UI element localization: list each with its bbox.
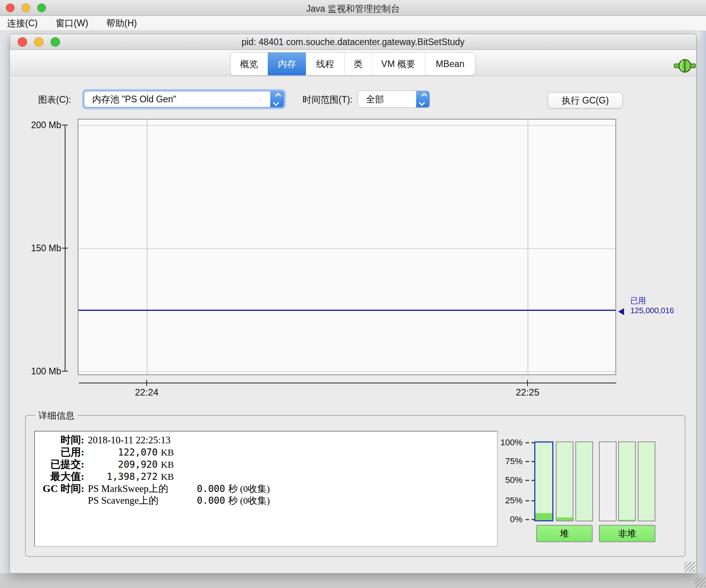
bar-fill — [619, 520, 635, 521]
perform-gc-button[interactable]: 执行 GC(G) — [548, 92, 623, 109]
y-axis-tick — [62, 371, 68, 372]
used-annotation-name: 已用 — [630, 296, 674, 306]
menu-bar: 连接(C) 窗口(W) 帮助(H) — [0, 16, 706, 31]
bar-fill — [535, 513, 552, 520]
gridline-2225 — [528, 120, 528, 374]
detail-collector: PS MarkSweep上的 — [88, 482, 188, 495]
y-tick-200mb: 200 Mb — [18, 120, 61, 131]
x-axis — [79, 383, 616, 383]
used-annotation-value: 125,000,016 — [630, 306, 674, 316]
nonheap-usage-bar-1[interactable] — [599, 441, 617, 521]
tab-classes[interactable]: 类 — [345, 53, 372, 75]
gridline-200mb — [78, 125, 615, 126]
detail-value: 209,920 — [88, 459, 158, 470]
window-edge-shade — [697, 31, 706, 573]
tab-memory[interactable]: 内存 — [268, 53, 306, 75]
x-axis-tick — [146, 380, 147, 386]
gridline-100mb — [78, 371, 615, 372]
detail-row-max: 最大值: 1,398,272 KB — [35, 470, 497, 482]
detail-unit: 秒 (0收集) — [228, 483, 270, 495]
detail-row-gc-marksweep: GC 时间: PS MarkSweep上的 0.000 秒 (0收集) — [35, 482, 497, 494]
y-tick-150mb: 150 Mb — [18, 243, 61, 254]
detail-unit: 秒 (0收集) — [228, 494, 270, 507]
detail-label: GC 时间: — [35, 482, 84, 495]
time-range-select[interactable]: 全部 — [358, 91, 430, 108]
screen: Java 监视和管理控制台 连接(C) 窗口(W) 帮助(H) pid: 484… — [0, 0, 706, 588]
tab-overview[interactable]: 概览 — [231, 53, 268, 75]
details-text-area: 时间: 2018-10-11 22:25:13 已用: 122,070 KB 已… — [34, 431, 498, 547]
tab-vm-summary[interactable]: VM 概要 — [372, 53, 425, 75]
detail-value: 1,398,272 — [88, 471, 158, 482]
outer-window-bottom — [0, 573, 706, 588]
detail-row-used: 已用: 122,070 KB — [35, 445, 497, 457]
bar-fill — [557, 517, 573, 521]
chart-select[interactable]: 内存池 "PS Old Gen" — [84, 91, 284, 108]
heap-button[interactable]: 堆 — [536, 525, 593, 542]
gridline-2224 — [147, 120, 147, 374]
detail-label: 已提交: — [35, 457, 84, 471]
x-tick-2225: 22:25 — [504, 387, 551, 398]
pct-tick-0: 0% — [491, 514, 522, 524]
detail-unit: KB — [161, 472, 174, 482]
used-marker-triangle-icon — [618, 308, 624, 315]
detail-unit: KB — [161, 459, 174, 470]
detail-collector: PS Scavenge上的 — [88, 494, 188, 507]
pct-tick-25: 25% — [491, 495, 522, 506]
heap-usage-bar-3[interactable] — [575, 441, 593, 521]
detail-label: 已用: — [35, 445, 84, 459]
detail-value: 122,070 — [88, 447, 158, 458]
tab-threads[interactable]: 线程 — [306, 53, 345, 75]
detail-label: 时间: — [35, 433, 84, 447]
used-series-annotation: 已用 125,000,016 — [630, 296, 674, 316]
detail-row-committed: 已提交: 209,920 KB — [35, 457, 497, 470]
detail-row-gc-scavenge: PS Scavenge上的 0.000 秒 (0收集) — [35, 494, 497, 506]
detail-row-time: 时间: 2018-10-11 22:25:13 — [35, 433, 497, 445]
console-window: pid: 48401 com.souche.datacenter.gateway… — [9, 34, 697, 573]
heap-usage-bar-1[interactable] — [534, 441, 553, 521]
x-tick-2224: 22:24 — [123, 387, 170, 398]
memory-chart-plot — [78, 119, 616, 375]
used-series-line — [78, 310, 615, 311]
outer-resize-grip[interactable] — [695, 577, 705, 587]
window-title: Java 监视和管理控制台 — [0, 3, 706, 15]
chart-select-label: 图表(C): — [38, 94, 71, 106]
nonheap-button[interactable]: 非堆 — [599, 525, 655, 542]
y-axis-tick — [62, 248, 68, 249]
detail-label: 最大值: — [35, 470, 84, 483]
detail-unit: KB — [161, 447, 174, 458]
heap-usage-bar-2[interactable] — [556, 441, 573, 521]
console-window-titlebar: pid: 48401 com.souche.datacenter.gateway… — [10, 34, 696, 50]
chart-select-value: 内存池 "PS Old Gen" — [84, 93, 284, 105]
pct-tick-75: 75% — [491, 456, 522, 466]
time-range-label: 时间范围(T): — [302, 94, 353, 106]
details-legend: 详细信息 — [35, 410, 78, 422]
pct-tick-100: 100% — [491, 437, 522, 448]
chevron-up-down-icon[interactable] — [270, 91, 284, 107]
nonheap-usage-bar-2[interactable] — [618, 441, 636, 521]
x-axis-tick — [527, 380, 528, 386]
connected-plug-icon — [673, 57, 696, 75]
chevron-up-down-icon[interactable] — [416, 91, 429, 107]
console-window-title: pid: 48401 com.souche.datacenter.gateway… — [10, 37, 696, 47]
y-tick-100mb: 100 Mb — [18, 366, 61, 377]
detail-value: 2018-10-11 22:25:13 — [88, 435, 171, 446]
detail-value: 0.000 — [188, 483, 225, 494]
window-resize-grip[interactable] — [684, 562, 695, 572]
y-axis-tick — [62, 125, 68, 125]
tab-bar: 概览 内存 线程 类 VM 概要 MBean — [230, 52, 475, 76]
menu-help[interactable]: 帮助(H) — [106, 17, 137, 29]
outer-window-titlebar: Java 监视和管理控制台 — [0, 0, 706, 16]
tab-mbean[interactable]: MBean — [425, 53, 475, 75]
pct-tick-50: 50% — [491, 475, 522, 485]
detail-value: 0.000 — [188, 495, 225, 506]
gridline-150mb — [78, 248, 615, 249]
menu-window[interactable]: 窗口(W) — [56, 17, 88, 29]
menu-connection[interactable]: 连接(C) — [7, 17, 38, 29]
nonheap-usage-bar-3[interactable] — [638, 441, 655, 521]
